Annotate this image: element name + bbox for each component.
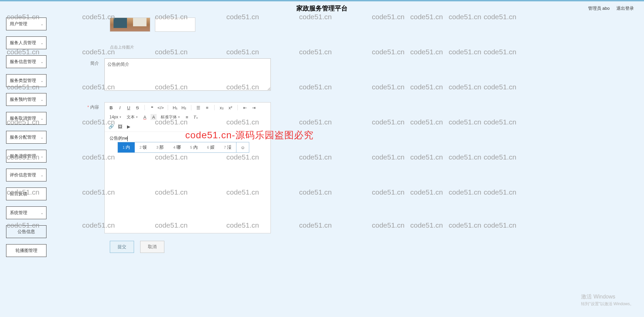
sidebar-item-9[interactable]: 留言反馈	[6, 188, 46, 200]
sidebar-item-label: 系统管理	[10, 210, 27, 216]
align-icon[interactable]: ≡	[184, 114, 190, 120]
text-cursor	[127, 136, 128, 141]
rich-editor: B I U S ❝ </> H₁ H₂ ☰ ≡ x₂ x²	[104, 102, 271, 233]
ime-candidate-bar: 1内2馁3那4哪5內6娞7浽☺	[118, 142, 249, 153]
chevron-down-icon: ⌄	[40, 154, 43, 158]
font-color-icon[interactable]: A	[142, 114, 148, 120]
code-icon[interactable]: </>	[158, 105, 164, 111]
list-ordered-icon[interactable]: ☰	[195, 105, 201, 111]
chevron-down-icon: ⌄	[40, 97, 43, 102]
intro-label: 简介	[67, 58, 104, 91]
editor-body[interactable]: 公告的ne 1内2馁3那4哪5內6娞7浽☺	[105, 132, 270, 233]
sidebar-item-label: 服务信息管理	[10, 59, 36, 65]
chevron-down-icon: ⌄	[40, 41, 43, 45]
chevron-down-icon: ⌄	[40, 211, 43, 215]
sidebar-item-label: 公告信息	[18, 229, 35, 235]
chevron-down-icon: ⌄	[40, 22, 43, 26]
sidebar-item-label: 留言反馈	[10, 191, 27, 197]
strike-icon[interactable]: S	[134, 105, 140, 111]
list-unordered-icon[interactable]: ≡	[204, 105, 210, 111]
sidebar-item-label: 服务人员管理	[10, 40, 36, 46]
sidebar: 用户管理⌄服务人员管理⌄服务信息管理⌄服务类型管理⌄服务预约管理⌄服务取消管理⌄…	[6, 18, 46, 263]
ime-candidate-3[interactable]: 3那	[152, 142, 168, 152]
image-upload-row	[110, 18, 637, 32]
h1-icon[interactable]: H₁	[172, 105, 178, 111]
sidebar-item-2[interactable]: 服务信息管理⌄	[6, 55, 46, 68]
sidebar-item-label: 服务分配管理	[10, 134, 36, 140]
font-family-select[interactable]: 标准字体▾	[159, 114, 181, 120]
sidebar-item-label: 轮播图管理	[15, 248, 37, 254]
uploaded-image-thumb[interactable]	[110, 18, 150, 32]
superscript-icon[interactable]: x²	[227, 105, 233, 111]
sidebar-item-4[interactable]: 服务预约管理⌄	[6, 93, 46, 106]
submit-button[interactable]: 提交	[110, 241, 134, 253]
chevron-down-icon: ⌄	[40, 79, 43, 83]
indent-right-icon[interactable]: ⇥	[251, 105, 257, 111]
logout-link[interactable]: 退出登录	[616, 5, 634, 11]
intro-textarea[interactable]	[104, 58, 271, 91]
sidebar-item-6[interactable]: 服务分配管理⌄	[6, 131, 46, 144]
sidebar-item-0[interactable]: 用户管理⌄	[6, 18, 46, 30]
quote-icon[interactable]: ❝	[149, 105, 155, 111]
upload-placeholder[interactable]	[155, 18, 195, 32]
font-style-select[interactable]: 文本▾	[125, 114, 139, 120]
editor-text: 公告的ne	[109, 136, 127, 141]
sidebar-item-8[interactable]: 评价信息管理⌄	[6, 169, 46, 181]
sidebar-item-1[interactable]: 服务人员管理⌄	[6, 36, 46, 49]
main-content: 点击上传图片 简介 内容 B I U S ❝ </> H₁ H₂	[67, 16, 637, 317]
ime-emoji-icon[interactable]: ☺	[236, 142, 249, 152]
sidebar-item-12[interactable]: 轮播图管理	[6, 244, 46, 257]
form-row-intro: 简介	[67, 58, 637, 91]
image-icon[interactable]: 🖼	[117, 123, 123, 129]
sidebar-item-label: 服务类型管理	[10, 78, 36, 84]
admin-label[interactable]: 管理员 abo	[588, 5, 610, 11]
ime-candidate-6[interactable]: 6娞	[202, 142, 219, 152]
action-row: 提交 取消	[110, 241, 637, 253]
ime-candidate-1[interactable]: 1内	[118, 142, 135, 152]
indent-left-icon[interactable]: ⇤	[242, 105, 248, 111]
cancel-button[interactable]: 取消	[140, 241, 164, 253]
upload-hint: 点击上传图片	[110, 45, 637, 50]
chevron-down-icon: ⌄	[40, 135, 43, 140]
italic-icon[interactable]: I	[117, 105, 123, 111]
header: 家政服务管理平台 管理员 abo 退出登录	[0, 1, 644, 16]
clear-format-icon[interactable]: Tₓ	[193, 114, 199, 120]
sidebar-item-5[interactable]: 服务取消管理⌄	[6, 112, 46, 125]
content-label: 内容	[67, 102, 104, 233]
chevron-down-icon: ⌄	[40, 116, 43, 121]
form-row-content: 内容 B I U S ❝ </> H₁ H₂ ☰ ≡	[67, 102, 637, 233]
ime-candidate-7[interactable]: 7浽	[219, 142, 236, 152]
font-size-select[interactable]: 14px▾	[108, 115, 123, 119]
ime-candidate-2[interactable]: 2馁	[135, 142, 152, 152]
ime-candidate-4[interactable]: 4哪	[168, 142, 185, 152]
subscript-icon[interactable]: x₂	[219, 105, 225, 111]
bold-icon[interactable]: B	[108, 105, 114, 111]
sidebar-item-label: 用户管理	[10, 21, 27, 27]
sidebar-item-label: 评价信息管理	[10, 172, 36, 178]
sidebar-item-11[interactable]: 公告信息	[6, 225, 46, 238]
app-title: 家政服务管理平台	[296, 4, 348, 13]
underline-icon[interactable]: U	[126, 105, 132, 111]
sidebar-item-7[interactable]: 服务进度管理⌄	[6, 150, 46, 163]
editor-toolbar: B I U S ❝ </> H₁ H₂ ☰ ≡ x₂ x²	[105, 103, 270, 132]
link-icon[interactable]: 🔗	[108, 123, 114, 129]
sidebar-item-label: 服务取消管理	[10, 115, 36, 121]
sidebar-item-3[interactable]: 服务类型管理⌄	[6, 74, 46, 87]
chevron-down-icon: ⌄	[40, 173, 43, 177]
video-icon[interactable]: ▶	[126, 123, 132, 129]
ime-candidate-5[interactable]: 5內	[186, 142, 202, 152]
h2-icon[interactable]: H₂	[181, 105, 187, 111]
bg-color-icon[interactable]: A	[151, 114, 157, 120]
sidebar-item-10[interactable]: 系统管理⌄	[6, 206, 46, 219]
chevron-down-icon: ⌄	[40, 60, 43, 64]
sidebar-item-label: 服务预约管理	[10, 96, 36, 103]
sidebar-item-label: 服务进度管理	[10, 153, 36, 159]
header-right: 管理员 abo 退出登录	[588, 5, 634, 11]
